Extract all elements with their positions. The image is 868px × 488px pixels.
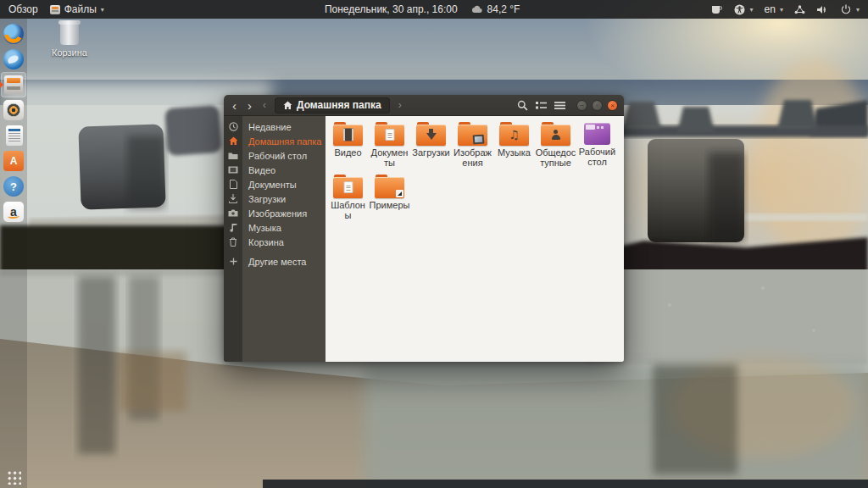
maximize-button[interactable]: ▫ xyxy=(592,100,603,111)
video-icon xyxy=(224,166,242,174)
top-bar: Обзор Файлы ▾ Понедельник, 30 апр., 16:0… xyxy=(0,0,868,19)
recent-icon xyxy=(224,122,242,131)
folder-item-music[interactable]: ♫ Музыка xyxy=(493,122,535,168)
file-view[interactable]: Видео Документы Загрузки Изображения xyxy=(326,116,624,362)
sidebar-item-music[interactable]: Музыка xyxy=(224,220,326,235)
path-scroll-right[interactable]: › xyxy=(396,100,404,110)
sidebar-item-downloads[interactable]: Загрузки xyxy=(224,191,326,206)
chevron-down-icon: ▾ xyxy=(780,6,783,14)
folder-item-desktop[interactable]: Рабочий стол xyxy=(576,122,618,168)
forward-button[interactable]: › xyxy=(245,99,254,112)
folder-item-downloads[interactable]: Загрузки xyxy=(410,122,452,168)
download-icon xyxy=(224,194,242,203)
folder-label: Примеры xyxy=(370,200,410,210)
folder-label: Загрузки xyxy=(412,147,449,158)
dock-item-show-applications[interactable] xyxy=(0,470,27,485)
dock-item-ubuntu-software[interactable] xyxy=(1,148,26,174)
chevron-down-icon: ▾ xyxy=(101,6,104,14)
dock-item-thunderbird[interactable] xyxy=(1,47,26,72)
show-applications-icon xyxy=(7,470,21,485)
folder-item-pictures[interactable]: Изображения xyxy=(452,122,493,168)
sidebar-item-other-locations[interactable]: Другие места xyxy=(224,254,326,269)
folder-icon xyxy=(224,152,242,160)
sidebar-item-home[interactable]: Домашняя папка xyxy=(224,134,326,148)
firefox-icon xyxy=(3,24,24,44)
amazon-icon xyxy=(3,202,24,222)
help-icon xyxy=(3,176,24,197)
files-icon xyxy=(4,75,23,94)
folder-label: Рабочий стол xyxy=(577,147,618,167)
caffeine-cup-icon[interactable] xyxy=(711,3,723,15)
dock-item-rhythmbox[interactable] xyxy=(1,97,26,123)
sidebar-label: Корзина xyxy=(242,237,284,247)
sidebar-item-desktop[interactable]: Рабочий стол xyxy=(224,148,326,163)
sidebar: Недавние Домашняя папка Рабочий стол Вид… xyxy=(224,116,326,362)
keyboard-layout-menu[interactable]: en ▾ xyxy=(765,3,783,15)
sidebar-label: Недавние xyxy=(242,122,292,132)
desktop: Обзор Файлы ▾ Понедельник, 30 апр., 16:0… xyxy=(0,0,868,488)
folder-item-documents[interactable]: Документы xyxy=(369,122,410,168)
folder-item-public[interactable]: Общедоступные xyxy=(535,122,576,168)
folder-label: Видео xyxy=(334,147,361,158)
home-icon xyxy=(224,136,242,146)
dock-item-files[interactable] xyxy=(1,72,26,97)
back-button[interactable]: ‹ xyxy=(230,99,239,112)
thunderbird-icon xyxy=(3,49,24,69)
desktop-icon xyxy=(584,123,610,145)
file-grid: Видео Документы Загрузки Изображения xyxy=(327,122,622,227)
folder-label: Общедоступные xyxy=(536,147,576,168)
dock-item-amazon[interactable] xyxy=(1,199,26,225)
trash-icon xyxy=(224,237,242,247)
headerbar[interactable]: ‹ › ‹ Домашняя папка › − ▫ xyxy=(224,95,624,116)
music-note-icon xyxy=(224,223,242,232)
sidebar-item-documents[interactable]: Документы xyxy=(224,177,326,191)
folder-item-examples[interactable]: Примеры xyxy=(369,175,410,220)
dock-item-help[interactable] xyxy=(1,174,26,199)
sidebar-label: Документы xyxy=(242,180,297,190)
folder-icon-public xyxy=(541,122,570,146)
dock-item-firefox[interactable] xyxy=(1,21,26,47)
sidebar-item-trash[interactable]: Корзина xyxy=(224,235,326,249)
weather-indicator[interactable]: 84,2 °F xyxy=(471,3,520,15)
power-menu[interactable]: ▾ xyxy=(840,3,860,15)
plus-icon xyxy=(224,258,242,265)
sidebar-label: Видео xyxy=(242,165,275,175)
dock-item-libreoffice-writer[interactable] xyxy=(1,123,26,148)
path-scroll-left[interactable]: ‹ xyxy=(260,100,269,110)
folder-item-templates[interactable]: Шаблоны xyxy=(327,175,369,220)
app-menu-label: Файлы xyxy=(64,3,97,15)
sidebar-label: Изображения xyxy=(242,208,307,219)
temperature-label: 84,2 °F xyxy=(487,3,520,15)
symlink-emblem-icon xyxy=(396,190,403,197)
sidebar-item-pictures[interactable]: Изображения xyxy=(224,206,326,220)
folder-label: Музыка xyxy=(498,147,531,158)
accessibility-menu[interactable]: ▾ xyxy=(734,3,754,15)
search-icon[interactable] xyxy=(517,100,528,111)
close-button[interactable]: × xyxy=(607,100,618,111)
clock-button[interactable]: Понедельник, 30 апр., 16:00 xyxy=(325,3,458,15)
sidebar-item-recent[interactable]: Недавние xyxy=(224,119,326,134)
volume-icon[interactable] xyxy=(817,3,829,15)
sidebar-item-video[interactable]: Видео xyxy=(224,163,326,177)
menu-icon[interactable] xyxy=(554,101,565,110)
trash-icon xyxy=(60,23,79,45)
folder-label: Документы xyxy=(370,147,410,168)
sidebar-label: Загрузки xyxy=(242,194,286,204)
home-icon xyxy=(283,101,292,110)
accessibility-icon xyxy=(734,3,746,15)
language-label: en xyxy=(765,3,776,15)
folder-item-video[interactable]: Видео xyxy=(327,122,369,168)
sidebar-label: Музыка xyxy=(242,223,281,233)
activities-button[interactable]: Обзор xyxy=(8,3,38,15)
minimize-button[interactable]: − xyxy=(576,100,587,111)
breadcrumb-home-button[interactable]: Домашняя папка xyxy=(275,97,390,114)
folder-label: Шаблоны xyxy=(328,200,369,220)
camera-icon xyxy=(224,209,242,217)
view-toggle-icon[interactable] xyxy=(536,101,547,110)
files-window: ‹ › ‹ Домашняя папка › − ▫ xyxy=(224,95,624,362)
app-menu[interactable]: Файлы ▾ xyxy=(50,3,104,15)
folder-icon-video xyxy=(333,122,363,146)
libreoffice-writer-icon xyxy=(6,125,23,146)
network-icon[interactable] xyxy=(794,3,806,15)
desktop-trash-icon[interactable]: Корзина xyxy=(37,23,102,58)
